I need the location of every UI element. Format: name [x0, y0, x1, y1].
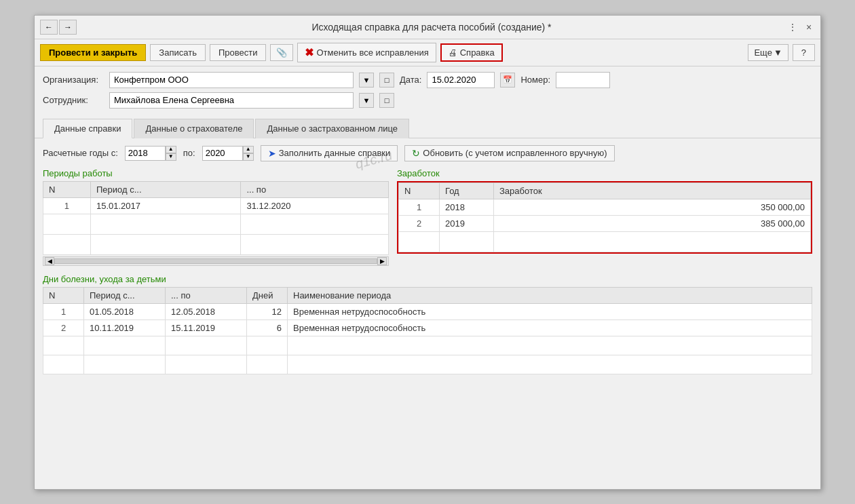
periods-col-from: Период с... — [90, 181, 240, 197]
org-dropdown-btn[interactable]: ▼ — [359, 73, 374, 88]
earn-amount-2: 385 000,00 — [494, 215, 811, 231]
illness-table: N Период с... ... по Дней Наименование п… — [43, 287, 812, 374]
scrollbar-track[interactable] — [54, 258, 377, 264]
ill-col-name: Наименование периода — [288, 287, 812, 303]
period-to: 31.12.2020 — [241, 197, 389, 214]
table-row-empty — [43, 214, 389, 234]
ill-col-to: ... по — [166, 287, 247, 303]
year-to-down-btn[interactable]: ▼ — [243, 153, 254, 161]
date-input[interactable] — [427, 72, 495, 88]
cancel-all-button[interactable]: ✖ Отменить все исправления — [297, 43, 436, 62]
question-button[interactable]: ? — [793, 44, 815, 61]
year-from-input[interactable] — [125, 146, 166, 161]
earn-year-1: 2018 — [440, 199, 494, 215]
calendar-icon: 📅 — [503, 75, 512, 84]
periods-col-n: N — [43, 181, 91, 197]
earn-year-2: 2019 — [440, 215, 494, 231]
org-open-btn[interactable]: □ — [379, 73, 394, 88]
earnings-table: N Год Заработок 1 2018 350 000,00 — [398, 182, 811, 252]
illness-row-empty1 — [43, 336, 812, 355]
illness-row-empty2 — [43, 355, 812, 374]
earnings-row-2[interactable]: 2 2019 385 000,00 — [399, 215, 811, 231]
refresh-icon: ↻ — [412, 148, 420, 159]
ill-from-1: 01.05.2018 — [84, 303, 166, 319]
earn-n-2: 2 — [399, 215, 440, 231]
calendar-btn[interactable]: 📅 — [500, 73, 515, 88]
attach-icon: 📎 — [276, 47, 287, 58]
periods-col-to: ... по — [241, 181, 389, 197]
table-row[interactable]: 1 15.01.2017 31.12.2020 — [43, 197, 389, 214]
year-from-down-btn[interactable]: ▼ — [166, 153, 176, 161]
back-button[interactable]: ← — [40, 20, 58, 35]
periods-scrollbar[interactable]: ◀ ▶ — [43, 256, 389, 266]
ill-name-2: Временная нетрудоспособность — [288, 319, 812, 336]
employee-label: Сотрудник: — [43, 95, 104, 105]
ill-n-2: 2 — [43, 319, 84, 336]
ill-name-1: Временная нетрудоспособность — [288, 303, 812, 319]
periods-table: N Период с... ... по 1 15.01.2017 31.12.… — [43, 181, 389, 255]
close-icon[interactable]: × — [803, 21, 815, 33]
ill-from-2: 10.11.2019 — [84, 319, 166, 336]
forward-button[interactable]: → — [59, 20, 77, 35]
ill-to-1: 12.05.2018 — [166, 303, 247, 319]
ill-col-from: Период с... — [84, 287, 166, 303]
org-label: Организация: — [43, 75, 104, 85]
scroll-left-btn[interactable]: ◀ — [45, 257, 54, 265]
ill-days-2: 6 — [247, 319, 288, 336]
fill-button[interactable]: ➤ Заполнить данные справки — [261, 145, 398, 161]
forward-icon: → — [64, 22, 72, 32]
earn-col-amount: Заработок — [494, 182, 811, 199]
year-from-up-btn[interactable]: ▲ — [166, 146, 176, 153]
post-close-button[interactable]: Провести и закрыть — [40, 44, 146, 61]
scroll-right-btn[interactable]: ▶ — [377, 257, 387, 265]
periods-title: Периоды работы — [43, 168, 389, 178]
attach-button[interactable]: 📎 — [270, 44, 293, 61]
earn-col-n: N — [399, 182, 440, 199]
employee-dropdown-btn[interactable]: ▼ — [359, 93, 374, 108]
cancel-icon: ✖ — [305, 46, 314, 59]
dropdown-icon: ▼ — [774, 47, 782, 58]
table-row-empty2 — [43, 234, 389, 254]
post-button[interactable]: Провести — [210, 44, 267, 61]
save-button[interactable]: Записать — [150, 44, 206, 61]
date-label: Дата: — [400, 75, 421, 85]
back-icon: ← — [45, 22, 53, 32]
help-button[interactable]: 🖨 Справка — [440, 43, 503, 62]
to-label: по: — [183, 148, 195, 158]
ill-col-days: Дней — [247, 287, 288, 303]
year-to-input[interactable] — [202, 146, 243, 161]
earn-col-year: Год — [440, 182, 494, 199]
window-title: Исходящая справка для расчета пособий (с… — [82, 22, 781, 33]
earnings-table-wrapper: N Год Заработок 1 2018 350 000,00 — [397, 181, 812, 254]
printer-icon: 🖨 — [449, 47, 457, 58]
refresh-button[interactable]: ↻ Обновить (с учетом исправленного вручн… — [404, 145, 614, 161]
illness-row-1[interactable]: 1 01.05.2018 12.05.2018 12 Временная нет… — [43, 303, 812, 319]
number-input[interactable] — [556, 72, 610, 88]
period-from: 15.01.2017 — [90, 197, 240, 214]
employee-open-btn[interactable]: □ — [379, 93, 394, 108]
org-open-icon: □ — [385, 76, 390, 84]
employee-dropdown-icon: ▼ — [363, 96, 370, 104]
number-label: Номер: — [520, 75, 550, 85]
calc-label: Расчетные годы с: — [43, 148, 118, 158]
ill-to-2: 15.11.2019 — [166, 319, 247, 336]
more-dots-icon[interactable]: ⋮ — [786, 21, 799, 33]
org-input[interactable] — [109, 72, 354, 88]
illness-title: Дни болезни, ухода за детьми — [43, 274, 812, 284]
ill-days-1: 12 — [247, 303, 288, 319]
more-button[interactable]: Еще ▼ — [748, 44, 788, 61]
fill-icon: ➤ — [268, 148, 276, 159]
tab-data-страхователе[interactable]: Данные о страхователе — [134, 119, 254, 138]
illness-row-2[interactable]: 2 10.11.2019 15.11.2019 6 Временная нетр… — [43, 319, 812, 336]
ill-col-n: N — [43, 287, 84, 303]
employee-open-icon: □ — [385, 96, 390, 104]
org-dropdown-icon: ▼ — [363, 76, 370, 84]
period-n: 1 — [43, 197, 91, 214]
tab-data-справки[interactable]: Данные справки — [43, 119, 132, 138]
earn-n-1: 1 — [399, 199, 440, 215]
earnings-row-1[interactable]: 1 2018 350 000,00 — [399, 199, 811, 215]
year-to-up-btn[interactable]: ▲ — [243, 146, 254, 153]
ill-n-1: 1 — [43, 303, 84, 319]
employee-input[interactable] — [109, 92, 354, 109]
tab-data-застрахованном[interactable]: Данные о застрахованном лице — [255, 119, 409, 138]
